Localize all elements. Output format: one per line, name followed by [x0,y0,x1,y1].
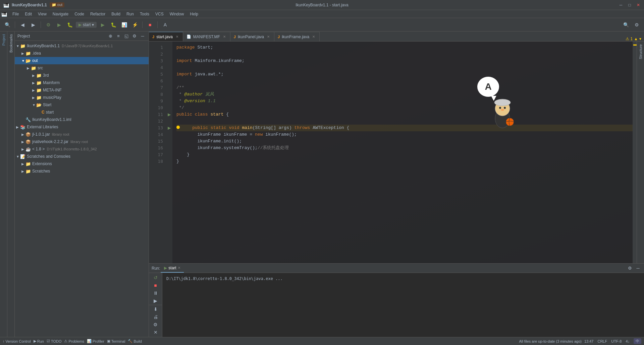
tree-item-musicplay[interactable]: ▶ 📁 musicPlay [15,94,149,101]
run-stop-btn red[interactable]: ■ [151,282,160,289]
tree-item-jl-jar[interactable]: ▶ 📦 jl-1.0.1.jar library root [15,131,149,138]
toolbar-debug-btn[interactable]: 🐛 [65,20,74,29]
toolbar-translate-btn[interactable]: A [160,20,170,29]
status-tab-todo[interactable]: ☑ TODO [47,339,62,343]
run-config-name: start [83,22,91,27]
tab-close-ikunpanel[interactable]: ✕ [266,34,271,39]
tree-item-scratches[interactable]: ▶ 📁 Scratches [15,167,149,175]
run-close-btn[interactable]: ✕ [151,329,160,336]
bottom-tab-start[interactable]: ▶ start ✕ [161,264,183,273]
menu-run[interactable]: Run [124,11,137,17]
run-resume-btn[interactable]: ▶ [151,297,160,304]
menu-file[interactable]: File [10,11,21,17]
toolbar-stop-btn[interactable]: ■ [145,20,155,29]
gutter-ln-14 [166,131,172,138]
bottom-panel-minimize-btn[interactable]: ─ [635,265,641,272]
tab-icon-ikunframe: J [278,35,280,39]
toolbar-settings-btn[interactable]: ⚙ [632,20,641,29]
panel-scope-btn[interactable]: ⊕ [107,33,114,40]
tree-item-ext-libs[interactable]: ▶ 📚 External Libraries [15,123,149,131]
close-button[interactable]: ✕ [636,3,641,7]
toolbar-run-btn[interactable]: ▶ [54,20,64,29]
toolbar-search-everywhere-btn[interactable]: 🔍 [3,20,12,29]
status-time[interactable]: 13:47 [584,339,594,343]
panel-minimize-btn[interactable]: ─ [139,33,146,40]
bottom-panel-settings-btn[interactable]: ⚙ [627,265,633,272]
run-tab-close[interactable]: ✕ [178,266,180,270]
tree-item-jnative-jar[interactable]: ▶ 📦 jnativehook-2.2.2.jar library root [15,138,149,145]
gutter-ln-4 [166,64,172,71]
menu-window[interactable]: Window [167,11,187,17]
toolbar-forward-btn[interactable]: ▶ [29,20,38,29]
status-tab-vcs[interactable]: ↑ Version Control [3,339,31,343]
run-panel: ↺ ■ ⏸ ▶ ⬇ 🖨 ⚙ ✕ D:\IT\jdk1.8\corretto-1.… [149,273,644,337]
tree-icon-extensions: 📁 [25,161,31,166]
tree-item-sdk[interactable]: ▶ ☕ < 1.8 > D:\IT\jdk1.8\corretto-1.8.0_… [15,145,149,153]
tree-item-idea[interactable]: ▶ 📁 .idea [15,50,149,57]
toolbar-debug-project-btn[interactable]: 🐛 [109,20,118,29]
code-content[interactable]: package Start; import Mainform.ikunFrame… [172,42,637,263]
menu-help[interactable]: Help [187,11,201,17]
sidebar-tab-project[interactable]: Project [0,31,7,48]
tree-item-src[interactable]: ▶ 📁 src [15,64,149,72]
status-lang[interactable]: 中 [634,338,641,344]
maximize-button[interactable]: □ [627,3,632,7]
tree-item-scratches-root[interactable]: ▼ 📝 Scratches and Consoles [15,153,149,160]
menu-build[interactable]: Build [109,11,123,17]
tab-close-ikunframe[interactable]: ✕ [311,34,316,39]
run-scroll-end-btn[interactable]: ⬇ [151,306,160,313]
menu-tools[interactable]: Tools [137,11,152,17]
toolbar-build-btn[interactable]: ⚙ [44,20,53,29]
tab-close-start-java[interactable]: ✕ [175,34,179,39]
status-tab-build[interactable]: 🔨 Build [128,339,142,343]
status-col[interactable]: 4↓ [626,339,630,343]
tab-manifest[interactable]: 📄 MANIFEST.MF ✕ [183,32,230,41]
run-rerun-btn[interactable]: ↺ [151,274,160,281]
tab-bar-more-btn[interactable]: ▾ [639,37,641,41]
sidebar-tab-bookmarks[interactable]: Bookmarks [8,31,14,55]
tree-item-out[interactable]: ▼ 📂 out [15,57,149,64]
status-tab-profiler[interactable]: 📊 Profiler [87,339,104,343]
run-print-btn[interactable]: 🖨 [151,314,160,321]
tree-item-root[interactable]: ▼ 📁 IkunKeyBoardv1.1 D:\Java学习\IkunKeyBo… [15,42,149,50]
toolbar-coverage-btn[interactable]: 📊 [119,20,129,29]
toolbar-profile-btn[interactable]: ⚡ [130,20,140,29]
toolbar-back-btn[interactable]: ◀ [18,20,27,29]
menu-view[interactable]: View [35,11,49,17]
tree-icon-metainf: 📁 [36,88,42,93]
panel-settings-btn[interactable]: ⚙ [131,33,138,40]
tab-start-java[interactable]: J start.java ✕ [149,32,183,41]
status-line-ending[interactable]: CRLF [597,339,607,343]
tab-bar-up-btn[interactable]: ▲ [634,37,638,41]
toolbar-search-btn[interactable]: 🔍 [621,20,631,29]
minimize-button[interactable]: ─ [619,3,623,7]
panel-expand-btn[interactable]: ◱ [123,33,130,40]
status-charset[interactable]: UTF-8 [611,339,622,343]
tree-icon-jnative-jar: 📦 [25,139,31,144]
run-settings-btn[interactable]: ⚙ [151,321,160,328]
tree-item-3rd[interactable]: ▶ 📁 3rd [15,72,149,79]
tree-item-extensions[interactable]: ▶ 📁 Extensions [15,160,149,167]
menu-refactor[interactable]: Refactor [88,11,108,17]
tab-ikunpanel[interactable]: J ikunPanel.java ✕ [230,32,274,41]
tree-item-metainf[interactable]: ▶ 📁 META-INF [15,86,149,94]
toolbar-run-project-btn[interactable]: ▶ [98,20,107,29]
tree-item-mainform[interactable]: ▶ 📁 Mainform [15,79,149,86]
tree-item-iml[interactable]: 🔧 IkunKeyBoardv1.1.iml [15,116,149,123]
sidebar-tab-structure[interactable]: Structure [637,42,644,62]
status-tab-problems[interactable]: ⚠ Problems [64,339,84,343]
tab-close-manifest[interactable]: ✕ [222,34,227,39]
tree-item-start-class[interactable]: C start [15,109,149,116]
status-tab-run[interactable]: ▶ Run [34,339,44,343]
menu-code[interactable]: Code [72,11,87,17]
run-config-selector[interactable]: ▶ start ▾ [76,22,97,28]
panel-options-btn[interactable]: ≡ [115,33,122,40]
menu-vcs[interactable]: VCS [153,11,166,17]
tree-item-start-folder[interactable]: ▼ 📂 Start [15,101,149,109]
run-pause-btn[interactable]: ⏸ [151,290,160,297]
menu-navigate[interactable]: Navigate [50,11,71,17]
menu-edit[interactable]: Edit [22,11,35,17]
code-line-4 [176,64,633,71]
tab-ikunframe[interactable]: J ikunFrame.java ✕ [274,32,320,41]
status-tab-terminal[interactable]: ▣ Terminal [107,339,125,343]
